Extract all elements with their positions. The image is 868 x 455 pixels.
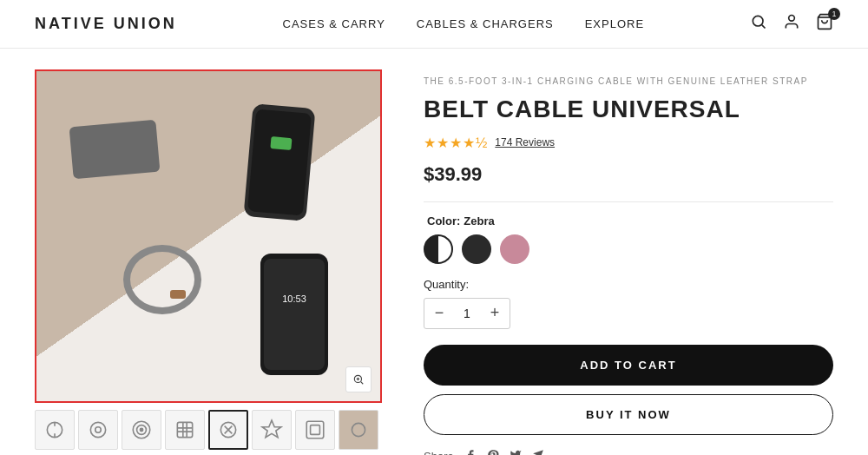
svg-rect-23: [311, 425, 320, 435]
color-swatch-rose[interactable]: [500, 234, 529, 264]
reviews-link[interactable]: 174 Reviews: [495, 136, 555, 148]
product-subtitle: THE 6.5-FOOT 3-IN-1 CHARGING CABLE WITH …: [424, 76, 833, 86]
product-image-section: 10:53: [35, 69, 382, 455]
site-logo[interactable]: NATIVE UNION: [35, 15, 177, 33]
svg-point-24: [352, 423, 365, 436]
main-image-container: 10:53: [35, 69, 382, 403]
nav-explore[interactable]: EXPLORE: [585, 17, 644, 30]
star-rating: ★★★★½: [424, 135, 488, 151]
thumbnail-list: [35, 410, 382, 450]
telegram-share-icon[interactable]: [532, 449, 544, 455]
color-label-text: Color:: [427, 214, 460, 228]
color-swatch-black[interactable]: [462, 234, 491, 264]
nav-cables[interactable]: CABLES & CHARGERS: [417, 17, 554, 30]
svg-line-5: [361, 382, 364, 385]
divider-1: [424, 201, 833, 202]
thumbnail-4[interactable]: [165, 410, 205, 450]
svg-point-0: [753, 16, 763, 26]
svg-point-11: [90, 422, 105, 437]
product-title: BELT CABLE UNIVERSAL: [424, 95, 833, 124]
thumbnail-2[interactable]: [78, 410, 118, 450]
color-swatch-zebra[interactable]: [424, 234, 453, 264]
thumbnail-1[interactable]: [35, 410, 75, 450]
main-nav: CASES & CARRY CABLES & CHARGERS EXPLORE: [283, 17, 645, 30]
thumbnail-8[interactable]: [339, 410, 378, 450]
buy-now-button[interactable]: BUY IT NOW: [424, 394, 833, 435]
zoom-button[interactable]: [345, 366, 372, 392]
share-label: Share: [424, 450, 454, 455]
main-product-image: 10:53: [36, 71, 380, 401]
thumbnail-6[interactable]: [252, 410, 292, 450]
svg-rect-22: [306, 421, 324, 439]
thumbnail-5[interactable]: [208, 410, 248, 450]
nav-cases[interactable]: CASES & CARRY: [283, 17, 385, 30]
product-price: $39.99: [424, 163, 833, 186]
quantity-section: Quantity: − 1 +: [424, 278, 833, 329]
color-options: [424, 234, 833, 264]
product-image-powerbank: [69, 120, 161, 179]
add-to-cart-button[interactable]: ADD TO CART: [424, 345, 833, 386]
quantity-label: Quantity:: [424, 278, 833, 291]
product-image-phone1: [243, 103, 315, 221]
thumbnail-7[interactable]: [295, 410, 335, 450]
account-icon[interactable]: [783, 13, 800, 35]
main-content: 10:53: [0, 49, 868, 455]
color-value: Zebra: [464, 214, 494, 228]
svg-point-15: [140, 428, 142, 431]
facebook-share-icon[interactable]: [464, 449, 477, 455]
quantity-control: − 1 +: [424, 298, 510, 329]
phone-time: 10:53: [282, 293, 306, 304]
twitter-share-icon[interactable]: [510, 449, 522, 455]
header-icons: 1: [750, 13, 833, 35]
color-selector: Color:Zebra: [424, 214, 833, 264]
svg-line-1: [762, 25, 766, 29]
svg-point-2: [789, 16, 795, 22]
pinterest-share-icon[interactable]: [487, 449, 499, 455]
thumbnail-3[interactable]: [122, 410, 161, 450]
color-label: Color:Zebra: [424, 214, 833, 228]
quantity-increase-button[interactable]: +: [480, 299, 510, 328]
share-row: Share: [424, 449, 833, 455]
product-info-section: THE 6.5-FOOT 3-IN-1 CHARGING CABLE WITH …: [424, 69, 833, 455]
search-icon[interactable]: [750, 13, 767, 35]
svg-point-12: [95, 427, 102, 433]
svg-rect-16: [177, 422, 192, 437]
product-image-cable: [123, 245, 219, 323]
cart-icon[interactable]: 1: [816, 13, 833, 35]
quantity-value: 1: [454, 307, 480, 320]
cart-count: 1: [828, 8, 840, 20]
header: NATIVE UNION CASES & CARRY CABLES & CHAR…: [0, 0, 868, 49]
quantity-decrease-button[interactable]: −: [424, 299, 454, 328]
product-image-phone2: 10:53: [260, 254, 328, 375]
rating-row: ★★★★½ 174 Reviews: [424, 135, 833, 151]
